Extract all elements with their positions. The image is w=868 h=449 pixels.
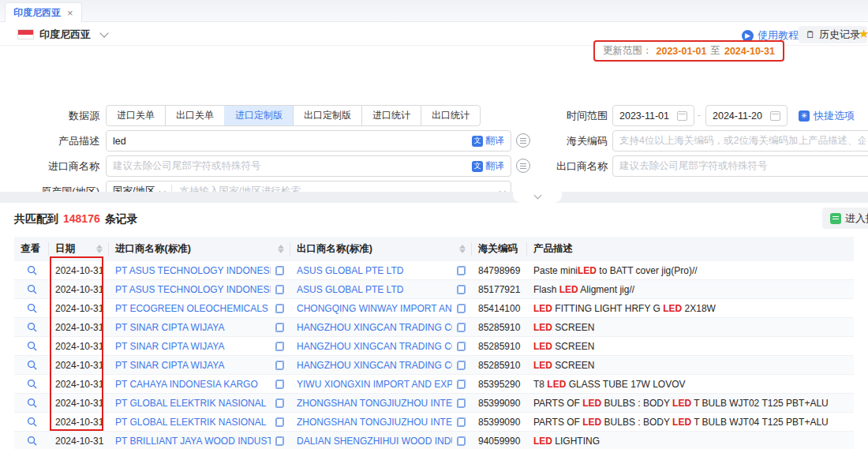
copy-icon[interactable] — [275, 266, 284, 275]
exporter-link[interactable]: CHONGQING WINWAY IMPORT AND E... — [290, 303, 472, 314]
copy-icon[interactable] — [275, 436, 284, 446]
importer-link[interactable]: PT GLOBAL ELEKTRIK NASIONAL — [109, 417, 290, 428]
importer-link[interactable]: PT GLOBAL ELEKTRIK NASIONAL — [109, 398, 290, 409]
copy-icon[interactable] — [457, 436, 466, 446]
view-magnifier-icon[interactable] — [14, 341, 49, 351]
exporter-link[interactable]: DALIAN SHENGZHIHUI WOOD INDUST... — [290, 436, 472, 447]
view-magnifier-icon[interactable] — [14, 379, 49, 389]
data-source-option-3[interactable]: 出口定制版 — [293, 106, 361, 125]
column-header-3[interactable]: 出口商名称(标准) — [290, 237, 472, 261]
exporter-link-label[interactable]: CHONGQING WINWAY IMPORT AND E... — [297, 303, 452, 314]
importer-link-label[interactable]: PT SINAR CIPTA WIJAYA — [115, 341, 271, 352]
data-source-option-0[interactable]: 进口关单 — [107, 106, 165, 125]
sort-icon[interactable] — [96, 245, 103, 253]
translate-button[interactable]: 文 翻译 — [472, 159, 504, 173]
data-source-option-2[interactable]: 进口定制版 — [224, 106, 293, 125]
importer-link[interactable]: PT SINAR CIPTA WIJAYA — [109, 322, 290, 333]
copy-icon[interactable] — [457, 285, 466, 294]
exporter-link[interactable]: ASUS GLOBAL PTE LTD — [290, 265, 472, 276]
copy-icon[interactable] — [457, 266, 466, 275]
quick-options-link[interactable]: ✳ 快捷选项 — [799, 105, 855, 126]
copy-icon[interactable] — [457, 417, 466, 427]
collapse-filters-tab[interactable] — [513, 192, 562, 203]
copy-icon[interactable] — [275, 417, 284, 427]
importer-link[interactable]: PT SINAR CIPTA WIJAYA — [109, 360, 290, 371]
copy-icon[interactable] — [275, 398, 284, 408]
copy-icon[interactable] — [457, 380, 466, 389]
exporter-link-label[interactable]: YIWU XIONGXIN IMPORT AND EXPORT... — [297, 379, 452, 390]
copy-icon[interactable] — [457, 398, 466, 408]
enter-report-button[interactable]: 进入报告 — [822, 208, 868, 229]
exporter-link-label[interactable]: DALIAN SHENGZHIHUI WOOD INDUST... — [297, 436, 452, 447]
exporter-link-label[interactable]: HANGZHOU XINGCAN TRADING CO LTD — [297, 322, 452, 333]
importer-link-label[interactable]: PT ECOGREEN OLEOCHEMICALS — [115, 303, 271, 314]
exporter-link-label[interactable]: ZHONGSHAN TONGJIUZHOU INTERNA... — [297, 398, 452, 409]
data-source-option-1[interactable]: 出口关单 — [165, 106, 224, 125]
copy-icon[interactable] — [457, 361, 466, 370]
exporter-link-label[interactable]: ASUS GLOBAL PTE LTD — [297, 265, 452, 276]
exporter-link-label[interactable]: HANGZHOU XINGCAN TRADING CO LTD — [297, 341, 452, 352]
history-suggestions-icon[interactable] — [516, 159, 530, 173]
history-button[interactable]: 🗒 历史记录 — [799, 26, 867, 43]
importer-link-label[interactable]: PT GLOBAL ELEKTRIK NASIONAL — [115, 398, 271, 409]
importer-link[interactable]: PT SINAR CIPTA WIJAYA — [109, 341, 290, 352]
copy-icon[interactable] — [275, 361, 284, 370]
copy-icon[interactable] — [275, 380, 284, 389]
exporter-link[interactable]: HANGZHOU XINGCAN TRADING CO LTD — [290, 360, 472, 371]
date-start-input[interactable]: 2023-11-01 — [612, 105, 694, 126]
view-magnifier-icon[interactable] — [14, 322, 49, 332]
importer-link-label[interactable]: PT ASUS TECHNOLOGY INDONESIA BA... — [115, 284, 271, 295]
exporter-link-label[interactable]: ASUS GLOBAL PTE LTD — [297, 284, 452, 295]
importer-link[interactable]: PT ASUS TECHNOLOGY INDONESIA BA... — [109, 284, 290, 295]
close-icon[interactable]: × — [67, 7, 73, 19]
copy-icon[interactable] — [457, 304, 466, 313]
tab-indonesia[interactable]: 印度尼西亚 × — [5, 2, 82, 22]
copy-icon[interactable] — [275, 342, 284, 351]
copy-icon[interactable] — [457, 323, 466, 332]
sort-icon[interactable] — [278, 245, 284, 253]
chevron-down-icon[interactable] — [99, 28, 108, 37]
favorite-star-icon[interactable]: ★ — [859, 27, 868, 41]
exporter-link[interactable]: ZHONGSHAN TONGJIUZHOU INTERNA... — [290, 417, 472, 428]
view-magnifier-icon[interactable] — [14, 284, 49, 294]
importer-link[interactable]: PT ECOGREEN OLEOCHEMICALS — [109, 303, 290, 314]
data-source-option-5[interactable]: 出口统计 — [421, 106, 480, 125]
view-magnifier-icon[interactable] — [14, 398, 49, 408]
product-desc-input[interactable]: led 文 翻译 — [106, 130, 511, 152]
exporter-name-input[interactable]: 建议去除公司尾部字符或特殊符号 — [612, 155, 868, 177]
importer-link-label[interactable]: PT BRILLIANT JAYA WOOD INDUSTRY — [115, 436, 271, 447]
view-magnifier-icon[interactable] — [14, 265, 49, 275]
copy-icon[interactable] — [457, 342, 466, 351]
view-magnifier-icon[interactable] — [14, 303, 49, 313]
importer-link-label[interactable]: PT CAHAYA INDONESIA KARGO — [115, 379, 271, 390]
history-suggestions-icon[interactable] — [516, 133, 530, 148]
exporter-link[interactable]: ASUS GLOBAL PTE LTD — [290, 284, 472, 295]
data-source-option-4[interactable]: 进口统计 — [361, 106, 421, 125]
view-magnifier-icon[interactable] — [14, 360, 49, 370]
importer-name-input[interactable]: 建议去除公司尾部字符或特殊符号 文 翻译 — [106, 155, 511, 177]
importer-link-label[interactable]: PT ASUS TECHNOLOGY INDONESIA BA... — [115, 265, 271, 276]
exporter-link-label[interactable]: ZHONGSHAN TONGJIUZHOU INTERNA... — [297, 417, 452, 428]
copy-icon[interactable] — [275, 304, 284, 313]
column-header-2[interactable]: 进口商名称(标准) — [109, 237, 290, 261]
copy-icon[interactable] — [275, 285, 284, 294]
copy-icon[interactable] — [275, 323, 284, 332]
exporter-link[interactable]: ZHONGSHAN TONGJIUZHOU INTERNA... — [290, 398, 472, 409]
hs-code-input[interactable]: 支持4位以上海关编码，或2位海关编码加上产品描述、企业名称的任意信息 — [612, 130, 868, 152]
exporter-link[interactable]: YIWU XIONGXIN IMPORT AND EXPORT... — [290, 379, 472, 390]
importer-link-label[interactable]: PT SINAR CIPTA WIJAYA — [115, 360, 271, 371]
translate-button[interactable]: 文 翻译 — [472, 134, 504, 148]
exporter-link-label[interactable]: HANGZHOU XINGCAN TRADING CO LTD — [297, 360, 452, 371]
view-magnifier-icon[interactable] — [14, 417, 49, 427]
importer-link-label[interactable]: PT SINAR CIPTA WIJAYA — [115, 322, 271, 333]
importer-link-label[interactable]: PT GLOBAL ELEKTRIK NASIONAL — [115, 417, 271, 428]
sort-icon[interactable] — [459, 245, 466, 253]
date-end-input[interactable]: 2024-11-20 — [705, 105, 788, 126]
importer-link[interactable]: PT CAHAYA INDONESIA KARGO — [109, 379, 290, 390]
view-magnifier-icon[interactable] — [14, 436, 49, 446]
column-header-1[interactable]: 日期 — [49, 237, 109, 261]
importer-link[interactable]: PT BRILLIANT JAYA WOOD INDUSTRY — [109, 436, 290, 447]
exporter-link[interactable]: HANGZHOU XINGCAN TRADING CO LTD — [290, 322, 472, 333]
importer-link[interactable]: PT ASUS TECHNOLOGY INDONESIA BA... — [109, 265, 290, 276]
exporter-link[interactable]: HANGZHOU XINGCAN TRADING CO LTD — [290, 341, 472, 352]
